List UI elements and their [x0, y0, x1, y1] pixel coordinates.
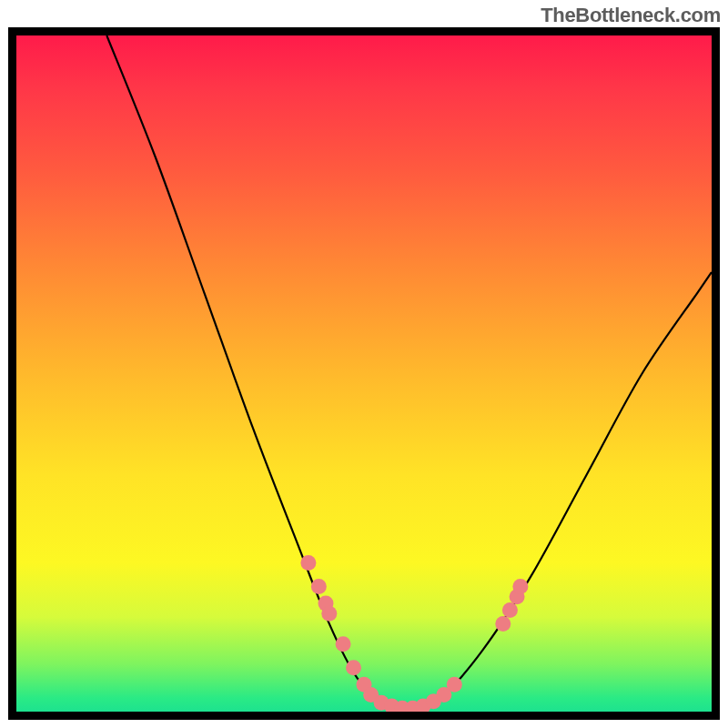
chart-frame: [8, 27, 720, 720]
highlight-dot: [311, 579, 327, 594]
highlight-dot: [300, 555, 316, 571]
highlight-dot: [502, 602, 518, 618]
highlight-dot: [447, 677, 462, 693]
bottleneck-curve: [106, 35, 712, 709]
highlight-dot: [336, 636, 351, 652]
highlight-dot: [512, 579, 528, 594]
highlight-dot: [495, 616, 511, 632]
curve-svg: [16, 35, 712, 712]
highlight-dot: [321, 606, 337, 622]
highlight-dot: [346, 660, 361, 675]
attribution-text: TheBottleneck.com: [541, 4, 721, 27]
